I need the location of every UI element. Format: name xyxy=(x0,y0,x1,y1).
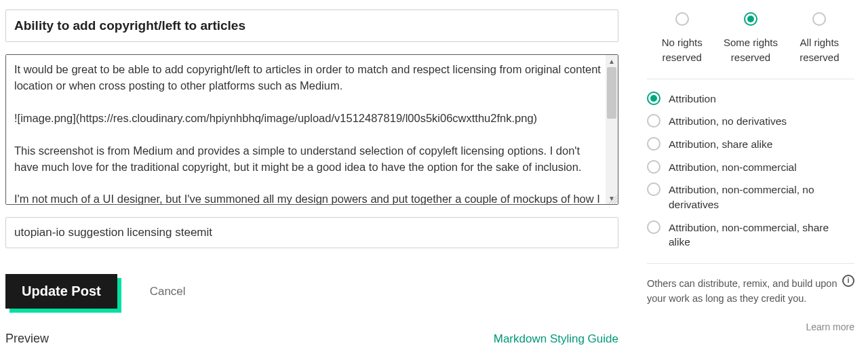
cc-option-label: Attribution xyxy=(669,92,716,106)
rights-option-0[interactable]: No rights reserved xyxy=(651,12,713,65)
radio-icon xyxy=(675,12,689,26)
cc-option-label: Attribution, share alike xyxy=(669,137,772,152)
info-icon: i xyxy=(842,275,854,287)
post-body-wrapper: ▲ ▼ xyxy=(5,54,618,205)
radio-icon xyxy=(647,182,660,196)
rights-option-label: All rights reserved xyxy=(789,35,850,65)
editor-footer: Preview Markdown Styling Guide xyxy=(5,332,618,346)
cc-option-5[interactable]: Attribution, non-commercial, share alike xyxy=(647,220,850,250)
markdown-styling-guide-link[interactable]: Markdown Styling Guide xyxy=(494,332,618,346)
license-description: Others can distribute, remix, and build … xyxy=(647,264,854,307)
radio-icon xyxy=(647,160,660,174)
rights-option-label: No rights reserved xyxy=(651,35,713,65)
radio-icon xyxy=(812,12,826,26)
cancel-button[interactable]: Cancel xyxy=(150,285,186,298)
radio-icon xyxy=(647,137,660,151)
radio-icon xyxy=(647,220,660,234)
cc-option-3[interactable]: Attribution, non-commercial xyxy=(647,160,850,175)
preview-heading: Preview xyxy=(5,332,49,346)
scroll-thumb[interactable] xyxy=(607,67,616,119)
update-post-button[interactable]: Update Post xyxy=(5,274,117,309)
cc-option-1[interactable]: Attribution, no derivatives xyxy=(647,114,850,129)
cc-option-0[interactable]: Attribution xyxy=(647,92,850,106)
rights-option-1[interactable]: Some rights reserved xyxy=(719,12,781,65)
scroll-down-icon[interactable]: ▼ xyxy=(606,192,618,204)
radio-icon xyxy=(647,114,660,128)
radio-icon xyxy=(744,12,757,26)
update-post-wrapper: Update Post xyxy=(5,274,117,309)
rights-top-options: No rights reservedSome rights reservedAl… xyxy=(647,12,854,79)
license-description-text: Others can distribute, remix, and build … xyxy=(647,278,837,304)
scroll-up-icon[interactable]: ▲ xyxy=(606,55,618,67)
cc-option-label: Attribution, non-commercial xyxy=(669,160,797,175)
cc-option-label: Attribution, non-commercial, share alike xyxy=(669,220,850,250)
scrollbar[interactable]: ▲ ▼ xyxy=(606,55,618,204)
cc-license-list: AttributionAttribution, no derivativesAt… xyxy=(647,79,854,265)
cc-option-label: Attribution, no derivatives xyxy=(669,114,787,129)
post-title-input[interactable] xyxy=(5,9,618,42)
cc-option-label: Attribution, non-commercial, no derivati… xyxy=(669,182,850,212)
cc-option-4[interactable]: Attribution, non-commercial, no derivati… xyxy=(647,182,850,212)
rights-option-2[interactable]: All rights reserved xyxy=(789,12,850,65)
action-row: Update Post Cancel xyxy=(5,274,618,309)
post-tags-input[interactable] xyxy=(5,217,618,248)
post-body-textarea[interactable] xyxy=(6,55,606,204)
rights-option-label: Some rights reserved xyxy=(719,35,781,65)
radio-icon xyxy=(647,92,660,105)
cc-option-2[interactable]: Attribution, share alike xyxy=(647,137,850,152)
learn-more-link[interactable]: Learn more xyxy=(647,321,854,332)
